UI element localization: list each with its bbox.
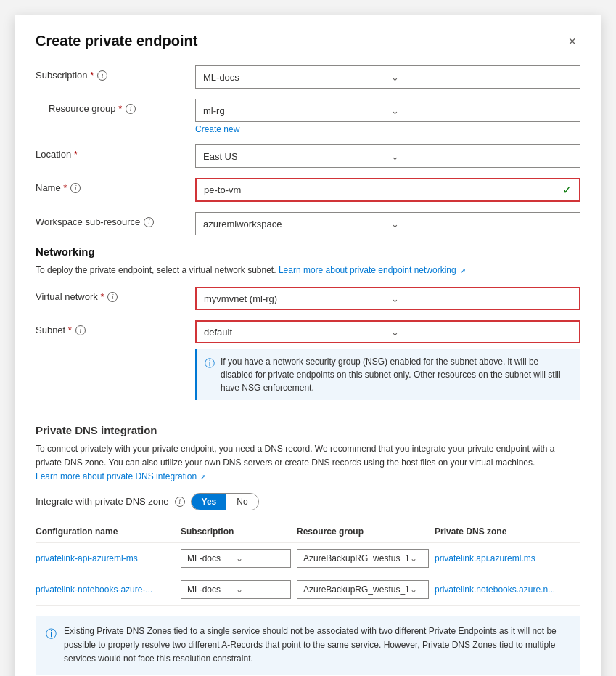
warning-info-icon: ⓘ: [46, 625, 57, 667]
subscription-label-col: Subscription * i: [36, 65, 195, 81]
location-row: Location * East US ⌄: [36, 144, 580, 168]
integrate-dns-toggle[interactable]: Yes No: [191, 493, 259, 510]
name-input-col: ✓: [195, 178, 580, 202]
virtual-network-chevron-icon: ⌄: [391, 293, 572, 304]
location-label-col: Location *: [36, 144, 195, 160]
subnet-row: Subnet * i default ⌄ ⓘ If you have a net…: [36, 320, 580, 400]
toggle-yes-option[interactable]: Yes: [192, 494, 227, 510]
name-row: Name * i ✓: [36, 178, 580, 202]
virtual-network-dropdown[interactable]: myvmvnet (ml-rg) ⌄: [195, 287, 580, 310]
subnet-dropdown[interactable]: default ⌄: [195, 320, 580, 343]
mini-chevron-icon-0: ⌄: [236, 553, 284, 563]
divider: [36, 412, 580, 412]
subnet-label-col: Subnet * i: [36, 320, 195, 335]
check-icon: ✓: [562, 183, 572, 197]
integrate-dns-row: Integrate with private DNS zone i Yes No: [36, 493, 580, 510]
table-header-config: Configuration name: [36, 522, 181, 543]
virtual-network-row: Virtual network * i myvmvnet (ml-rg) ⌄: [36, 287, 580, 310]
warning-box: ⓘ Existing Private DNS Zones tied to a s…: [36, 616, 580, 675]
workspace-label-col: Workspace sub-resource i: [36, 212, 195, 227]
networking-desc: To deploy the private endpoint, select a…: [36, 264, 580, 277]
subnet-info-icon[interactable]: i: [75, 325, 86, 335]
dns-table-body: privatelink-api-azureml-ms ML-docs ⌄ Azu…: [36, 542, 580, 605]
resource-group-label-col: Resource group * i: [36, 99, 195, 114]
location-chevron-icon: ⌄: [391, 151, 573, 162]
table-header-dns-zone: Private DNS zone: [435, 522, 580, 543]
resource-group-chevron-icon: ⌄: [391, 105, 573, 116]
table-cell-subscription-1: ML-docs ⌄: [181, 574, 297, 605]
workspace-input-col: azuremlworkspace ⌄: [195, 212, 580, 235]
subscription-chevron-icon: ⌄: [391, 72, 573, 83]
virtual-network-input-col: myvmvnet (ml-rg) ⌄: [195, 287, 580, 310]
table-cell-dns-0: privatelink.api.azureml.ms: [435, 542, 580, 574]
virtual-network-label: Virtual network *: [36, 291, 104, 302]
dns-link[interactable]: Learn more about private DNS integration…: [36, 471, 206, 481]
name-info-icon[interactable]: i: [70, 183, 81, 193]
subscription-row: Subscription * i ML-docs ⌄: [36, 65, 580, 89]
location-label: Location *: [36, 149, 78, 160]
location-input-col: East US ⌄: [195, 144, 580, 168]
subnet-label: Subnet *: [36, 325, 72, 335]
integrate-dns-info-icon[interactable]: i: [175, 497, 185, 507]
networking-link[interactable]: Learn more about private endpoint networ…: [279, 265, 466, 275]
subscription-mini-dropdown-1[interactable]: ML-docs ⌄: [181, 580, 291, 599]
resource-group-info-icon[interactable]: i: [126, 104, 136, 114]
workspace-row: Workspace sub-resource i azuremlworkspac…: [36, 212, 580, 235]
table-header-subscription: Subscription: [181, 522, 297, 543]
name-input[interactable]: [204, 184, 557, 195]
location-dropdown[interactable]: East US ⌄: [195, 144, 580, 168]
name-label-col: Name * i: [36, 178, 195, 193]
table-cell-dns-1: privatelink.notebooks.azure.n...: [435, 574, 580, 605]
subnet-chevron-icon: ⌄: [391, 327, 572, 338]
table-cell-config-0: privatelink-api-azureml-ms: [36, 542, 181, 574]
nsg-info-icon: ⓘ: [205, 356, 215, 394]
resource-group-label: Resource group *: [49, 103, 122, 114]
resource-group-input-col: ml-rg ⌄ Create new: [195, 99, 580, 134]
dns-title: Private DNS integration: [36, 424, 580, 436]
networking-title: Networking: [36, 245, 580, 258]
rg-mini-dropdown-0[interactable]: AzureBackupRG_westus_1 ⌄: [297, 549, 429, 568]
workspace-info-icon[interactable]: i: [144, 217, 154, 227]
table-cell-subscription-0: ML-docs ⌄: [181, 542, 297, 574]
dns-external-link-icon: ➚: [200, 473, 206, 481]
workspace-dropdown[interactable]: azuremlworkspace ⌄: [195, 212, 580, 235]
virtual-network-label-col: Virtual network * i: [36, 287, 195, 302]
close-button[interactable]: ×: [564, 33, 580, 49]
external-link-icon: ➚: [460, 266, 466, 274]
table-row: privatelink-api-azureml-ms ML-docs ⌄ Azu…: [36, 542, 580, 574]
integrate-dns-label: Integrate with private DNS zone: [36, 496, 169, 507]
virtual-network-info-icon[interactable]: i: [107, 292, 118, 302]
rg-mini-dropdown-1[interactable]: AzureBackupRG_westus_1 ⌄: [297, 580, 429, 599]
create-new-link[interactable]: Create new: [195, 124, 580, 134]
subscription-dropdown[interactable]: ML-docs ⌄: [195, 65, 580, 89]
table-cell-config-1: privatelink-notebooks-azure-...: [36, 574, 181, 605]
dns-desc: To connect privately with your private e…: [36, 442, 580, 484]
subscription-label: Subscription *: [36, 70, 94, 81]
table-row: privatelink-notebooks-azure-... ML-docs …: [36, 574, 580, 605]
subnet-input-col: default ⌄ ⓘ If you have a network securi…: [195, 320, 580, 400]
subscription-input-col: ML-docs ⌄: [195, 65, 580, 89]
workspace-chevron-icon: ⌄: [391, 219, 573, 229]
table-cell-rg-1: AzureBackupRG_westus_1 ⌄: [297, 574, 435, 605]
name-label: Name *: [36, 182, 67, 193]
toggle-no-option[interactable]: No: [226, 494, 258, 510]
mini-rg-chevron-icon-0: ⌄: [410, 553, 422, 563]
table-header-resource-group: Resource group: [297, 522, 435, 543]
subscription-mini-dropdown-0[interactable]: ML-docs ⌄: [181, 549, 291, 568]
resource-group-dropdown[interactable]: ml-rg ⌄: [195, 99, 580, 122]
dialog-header: Create private endpoint ×: [36, 33, 580, 49]
nsg-info-box: ⓘ If you have a network security group (…: [195, 349, 580, 400]
table-cell-rg-0: AzureBackupRG_westus_1 ⌄: [297, 542, 435, 574]
mini-rg-chevron-icon-1: ⌄: [410, 585, 422, 595]
workspace-label: Workspace sub-resource: [36, 216, 140, 227]
create-private-endpoint-dialog: Create private endpoint × Subscription *…: [15, 15, 601, 676]
resource-group-row: Resource group * i ml-rg ⌄ Create new: [36, 99, 580, 134]
dns-table-header: Configuration name Subscription Resource…: [36, 522, 580, 543]
subscription-info-icon[interactable]: i: [97, 70, 107, 81]
dns-table: Configuration name Subscription Resource…: [36, 522, 580, 606]
mini-chevron-icon-1: ⌄: [236, 585, 284, 595]
name-field-wrapper: ✓: [195, 178, 580, 202]
dialog-title: Create private endpoint: [36, 33, 197, 49]
